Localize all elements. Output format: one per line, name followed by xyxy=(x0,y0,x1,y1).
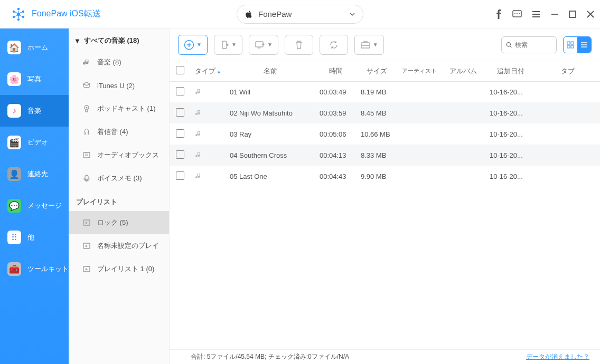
music-icon: ♪ xyxy=(7,104,21,118)
tree-category-item[interactable]: 着信音 (4) xyxy=(69,120,169,143)
sidebar-item-label: 音楽 xyxy=(27,106,41,116)
music-note-icon xyxy=(195,151,221,159)
cell-album xyxy=(441,145,485,166)
tree-item-label: iTunes U (2) xyxy=(97,82,135,90)
cell-artist xyxy=(398,102,441,123)
export-pc-button[interactable]: ▼ xyxy=(249,35,278,55)
maximize-button[interactable] xyxy=(568,10,577,18)
svg-point-9 xyxy=(517,13,518,14)
table-row[interactable]: 01 Will00:03:498.19 MB10-16-20... xyxy=(170,81,600,102)
refresh-button[interactable] xyxy=(320,35,348,55)
tree-category-item[interactable]: ボイスメモ (3) xyxy=(69,167,169,190)
row-checkbox[interactable] xyxy=(176,108,184,117)
grid-view-button[interactable] xyxy=(564,37,577,53)
col-tab[interactable]: タブ xyxy=(536,61,600,81)
tree-category-item[interactable]: ポッドキャスト (1) xyxy=(69,97,169,120)
row-checkbox[interactable] xyxy=(176,171,184,180)
export-pc-icon xyxy=(255,40,265,50)
cell-album xyxy=(441,81,485,102)
svg-point-1 xyxy=(17,7,20,9)
svg-point-23 xyxy=(507,42,510,46)
category-tree: ▼ すべての音楽 (18) 音楽 (8)iTunes U (2)ポッドキャスト … xyxy=(69,28,170,364)
feedback-icon[interactable] xyxy=(512,9,522,19)
col-artist[interactable]: アーティスト xyxy=(398,61,441,81)
cell-album xyxy=(441,166,485,187)
select-all-checkbox[interactable] xyxy=(176,66,184,74)
col-name[interactable]: 名前 xyxy=(226,61,315,81)
sidebar-item-photos[interactable]: 🌸 写真 xyxy=(0,63,69,95)
tree-category-item[interactable]: オーディオブックス xyxy=(69,143,169,167)
category-icon xyxy=(82,174,91,183)
tree-playlist-item[interactable]: 名称未設定のプレイ xyxy=(69,234,169,257)
sidebar-item-label: 他 xyxy=(27,233,34,242)
menu-icon[interactable] xyxy=(531,9,541,19)
cell-size: 8.19 MB xyxy=(357,81,398,102)
toolbox-button[interactable]: ▼ xyxy=(354,35,384,55)
tree-category-item[interactable]: 音楽 (8) xyxy=(69,51,169,74)
sidebar-item-video[interactable]: 🎬 ビデオ xyxy=(0,127,69,158)
tree-playlist-item[interactable]: ロック (5) xyxy=(69,211,169,234)
table-row[interactable]: 02 Niji Wo Matsuhito00:03:598.45 MB10-16… xyxy=(170,102,600,123)
device-selector[interactable]: FonePaw xyxy=(237,5,363,24)
music-table: タイプ▲ 名前 時間 サイズ アーティスト アルバム 追加日付 タブ 01 Wi… xyxy=(170,61,600,187)
svg-rect-24 xyxy=(567,42,570,44)
sidebar-item-messages[interactable]: 💬 メッセージ xyxy=(0,190,69,222)
data-lost-link[interactable]: データが消えました？ xyxy=(526,352,589,361)
cell-size: 10.66 MB xyxy=(357,123,398,145)
facebook-icon[interactable] xyxy=(494,9,503,19)
table-row[interactable]: 03 Ray00:05:0610.66 MB10-16-20... xyxy=(170,123,600,145)
sidebar-item-contacts[interactable]: 👤 連絡先 xyxy=(0,158,69,190)
col-added[interactable]: 追加日付 xyxy=(485,61,536,81)
caret-down-icon: ▼ xyxy=(74,37,81,45)
sidebar-item-music[interactable]: ♪ 音楽 xyxy=(0,95,69,127)
list-view-button[interactable] xyxy=(577,37,591,53)
col-size[interactable]: サイズ xyxy=(357,61,398,81)
add-button[interactable]: ▼ xyxy=(178,35,208,55)
cell-added: 10-16-20... xyxy=(485,81,536,102)
col-album[interactable]: アルバム xyxy=(441,61,485,81)
tree-item-label: ボイスメモ (3) xyxy=(97,174,142,183)
chevron-down-icon: ▼ xyxy=(373,42,378,47)
cell-artist xyxy=(398,166,441,187)
sort-indicator-icon: ▲ xyxy=(217,69,221,74)
minimize-button[interactable] xyxy=(550,10,559,18)
cell-album xyxy=(441,102,485,123)
category-icon xyxy=(82,104,91,113)
row-checkbox[interactable] xyxy=(176,129,184,138)
col-type[interactable]: タイプ▲ xyxy=(191,61,226,81)
title-bar: FonePaw iOS転送 FonePaw xyxy=(0,0,600,28)
tree-playlist-item[interactable]: プレイリスト 1 (0) xyxy=(69,257,169,281)
category-icon xyxy=(82,81,91,90)
sidebar-item-other[interactable]: ⠿ 他 xyxy=(0,222,69,253)
svg-rect-21 xyxy=(256,42,263,47)
chevron-down-icon xyxy=(349,11,355,17)
playlist-icon xyxy=(82,242,91,250)
export-device-button[interactable]: ▼ xyxy=(214,35,242,55)
table-row[interactable]: 05 Last One00:04:439.90 MB10-16-20... xyxy=(170,166,600,187)
search-input[interactable] xyxy=(515,41,552,49)
row-checkbox[interactable] xyxy=(176,150,184,159)
tree-header[interactable]: ▼ すべての音楽 (18) xyxy=(69,36,169,51)
device-name: FonePaw xyxy=(258,9,292,18)
cell-tab xyxy=(536,102,600,123)
close-button[interactable] xyxy=(586,10,595,18)
svg-point-8 xyxy=(514,13,515,14)
svg-rect-25 xyxy=(571,42,574,44)
cell-size: 8.33 MB xyxy=(357,145,398,166)
chevron-down-icon: ▼ xyxy=(267,42,273,47)
sidebar: 🏠 ホーム 🌸 写真 ♪ 音楽 🎬 ビデオ 👤 連絡先 💬 メッセージ ⠿ 他 … xyxy=(0,28,69,364)
svg-rect-27 xyxy=(571,45,574,48)
content-area: ▼ ▼ ▼ ▼ xyxy=(170,28,600,364)
view-toggle xyxy=(563,36,592,53)
sidebar-item-toolkit[interactable]: 🧰 ツールキット xyxy=(0,253,69,285)
cell-time: 00:04:43 xyxy=(315,166,357,187)
cell-album xyxy=(441,123,485,145)
row-checkbox[interactable] xyxy=(176,87,184,95)
search-box[interactable] xyxy=(501,36,557,53)
tree-category-item[interactable]: iTunes U (2) xyxy=(69,74,169,97)
table-row[interactable]: 04 Southern Cross00:04:138.33 MB10-16-20… xyxy=(170,145,600,166)
sidebar-item-home[interactable]: 🏠 ホーム xyxy=(0,32,69,63)
delete-button[interactable] xyxy=(285,35,313,55)
window-controls xyxy=(494,9,595,19)
col-time[interactable]: 時間 xyxy=(315,61,357,81)
